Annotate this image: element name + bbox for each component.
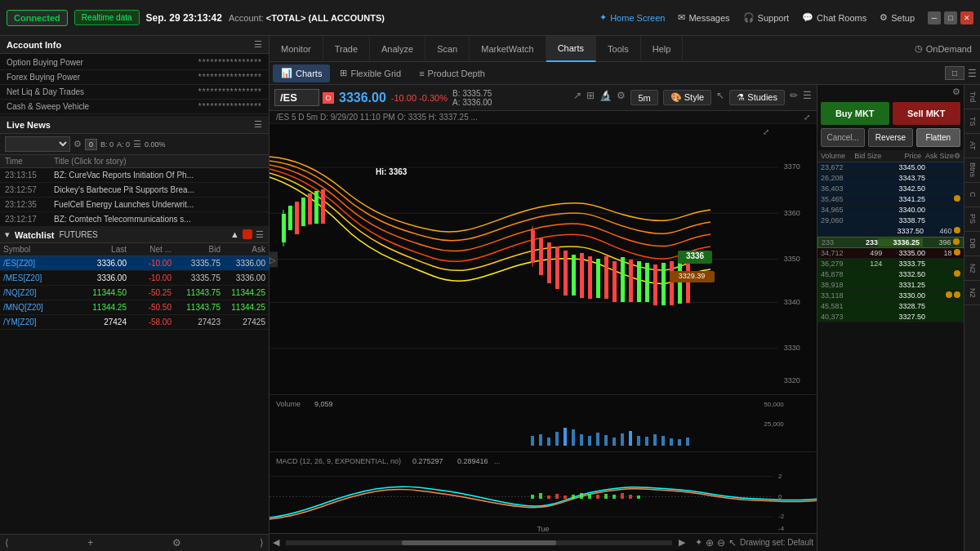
dom-row-3327[interactable]: 40,373 3327.50 <box>817 312 964 322</box>
dom-row-3345[interactable]: 23,672 3345.00 <box>817 162 964 173</box>
dom-row-3337[interactable]: 3337.50 460 <box>817 226 964 237</box>
dom-row-3332[interactable]: 45,878 3332.50 <box>817 269 964 280</box>
news-item-3[interactable]: 23:12:35 FuelCell Energy Launches Underw… <box>0 198 269 212</box>
footer-settings-btn[interactable]: ⚙ <box>172 537 181 549</box>
tab-help[interactable]: Help <box>641 36 684 62</box>
share-icon[interactable]: ↗ <box>573 90 581 105</box>
order-settings-icon[interactable]: ⚙ <box>952 87 960 97</box>
sub-tab-product-depth[interactable]: ≡ Product Depth <box>411 64 493 82</box>
chart-expand-icon[interactable]: ⤢ <box>763 127 769 136</box>
minimize-button[interactable]: ─ <box>928 11 941 24</box>
wl-row-ym[interactable]: /YM[Z20] 27424 -58.00 27423 27425 <box>0 315 269 330</box>
dom-row-3338[interactable]: 29,060 3338.75 <box>817 216 964 226</box>
right-tab-ts[interactable]: TS <box>964 109 980 134</box>
more-icon[interactable]: ☰ <box>803 90 812 105</box>
wl-row-mes[interactable]: /MES[Z20] 3336.00 -10.00 3335.75 3336.00 <box>0 271 269 286</box>
sub-tab-menu-icon[interactable]: ☰ <box>968 68 977 79</box>
flatten-button[interactable]: Flatten <box>916 128 960 147</box>
tab-marketwatch[interactable]: MarketWatch <box>470 36 546 62</box>
news-item-1[interactable]: 23:13:15 BZ: CureVac Reports Initiation … <box>0 168 269 183</box>
wl-row-nq[interactable]: /NQ[Z20] 11344.50 -50.25 11343.75 11344.… <box>0 286 269 300</box>
gear-icon[interactable]: ⚙ <box>617 90 626 105</box>
expand-chart-icon[interactable]: ⤢ <box>804 113 810 122</box>
tab-charts[interactable]: Charts <box>546 36 596 62</box>
buy-mkt-button[interactable]: Buy MKT <box>821 102 889 125</box>
right-tab-c[interactable]: C <box>964 183 980 207</box>
candlestick-chart[interactable]: 3370 3360 3350 3340 3330 3320 <box>270 124 817 394</box>
drawings-icon[interactable]: ✏ <box>790 90 798 105</box>
tab-scan[interactable]: Scan <box>425 36 470 62</box>
wl-row-mnq[interactable]: /MNQ[Z20] 11344.25 -50.50 11343.75 11344… <box>0 300 269 315</box>
nav-home[interactable]: ✦ Home Screen <box>599 12 665 23</box>
footer-next-btn[interactable]: ⟩ <box>260 537 264 549</box>
sell-mkt-button[interactable]: Sell MKT <box>893 102 961 125</box>
reverse-button[interactable]: Reverse <box>868 128 912 147</box>
scroll-left-icon[interactable]: ◀ <box>273 537 279 548</box>
tab-monitor[interactable]: Monitor <box>270 36 323 62</box>
style-button[interactable]: 🎨 Style <box>663 90 712 105</box>
dom-row-3343[interactable]: 26,208 3343.75 <box>817 173 964 184</box>
news-filter-select[interactable] <box>5 136 70 152</box>
timeframe-button[interactable]: 5m <box>630 90 657 105</box>
scroll-right-icon[interactable]: ▶ <box>679 537 685 548</box>
dom-row-3333[interactable]: 36,279 124 3333.75 <box>817 259 964 269</box>
cursor-icon[interactable]: ↖ <box>728 537 737 549</box>
news-section-header[interactable]: Live News ☰ <box>0 116 269 134</box>
zoom-pan-icon[interactable]: ✦ <box>695 537 702 549</box>
volume-chart[interactable]: Volume 9,059 50,000 25,000 <box>270 394 817 451</box>
zoom-out-icon[interactable]: ⊖ <box>717 537 725 549</box>
right-tab-btns[interactable]: Btns <box>964 158 980 183</box>
nav-support[interactable]: 🎧 Support <box>743 12 790 23</box>
scroll-thumb[interactable] <box>402 540 556 545</box>
right-tab-n2b[interactable]: N2 <box>964 281 980 305</box>
news-item-4[interactable]: 23:12:17 BZ: Comtech Telecommunications … <box>0 212 269 227</box>
nav-messages[interactable]: ✉ Messages <box>678 12 729 23</box>
sub-tab-flexible-grid[interactable]: ⊞ Flexible Grid <box>332 64 409 82</box>
symbol-input[interactable] <box>274 89 319 106</box>
flask-icon[interactable]: 🔬 <box>599 90 612 105</box>
wl-row-es[interactable]: /ES[Z20] 3336.00 -10.00 3335.75 3336.00 <box>0 256 269 271</box>
right-tab-db[interactable]: DB <box>964 232 980 256</box>
watchlist-menu-icon[interactable]: ☰ <box>256 229 264 240</box>
news-list-icon[interactable]: ☰ <box>133 139 141 149</box>
watchlist-up-icon[interactable]: ▲ <box>230 229 239 240</box>
news-settings-icon[interactable]: ⚙ <box>74 139 82 149</box>
right-tab-n2a[interactable]: N2 <box>964 256 980 281</box>
cancel-button[interactable]: Cancel... <box>821 128 865 147</box>
sub-tab-charts[interactable]: 📊 Charts <box>273 64 330 82</box>
tab-ondemand[interactable]: ◷ OnDemand <box>906 43 980 54</box>
chart-collapse-left[interactable]: ▷ <box>270 251 278 267</box>
dom-row-3328[interactable]: 45,581 3328.75 <box>817 301 964 312</box>
dom-row-3335[interactable]: 34,712 499 3335.00 18 <box>817 248 964 259</box>
footer-add-btn[interactable]: + <box>87 537 93 549</box>
dom-row-3341[interactable]: 35,465 3341.25 <box>817 194 964 205</box>
news-menu-icon[interactable]: ☰ <box>254 119 262 130</box>
account-section-header[interactable]: Account Info ☰ <box>0 36 269 54</box>
dom-settings-icon[interactable]: ⚙ <box>954 152 960 160</box>
account-menu-icon[interactable]: ☰ <box>254 39 262 50</box>
nav-setup[interactable]: ⚙ Setup <box>880 12 915 23</box>
chart-type-icon[interactable]: ⊞ <box>586 90 595 105</box>
maximize-button[interactable]: □ <box>944 11 957 24</box>
expand-icon[interactable]: □ <box>945 66 964 80</box>
right-tab-ps[interactable]: PS <box>964 207 980 232</box>
studies-button[interactable]: ⚗ Studies <box>729 90 785 105</box>
footer-prev-btn[interactable]: ⟨ <box>5 537 9 549</box>
dom-row-3340[interactable]: 34,965 3340.00 <box>817 205 964 216</box>
dom-row-3336-current[interactable]: 233 233 3336.25 396 <box>817 237 964 248</box>
pointer-icon[interactable]: ↖ <box>716 90 724 105</box>
tab-tools[interactable]: Tools <box>596 36 641 62</box>
macd-chart[interactable]: MACD (12, 26, 9, EXPONENTIAL, no) 0.2752… <box>270 451 817 533</box>
news-item-2[interactable]: 23:12:57 Dickey's Barbecue Pit Supports … <box>0 183 269 198</box>
zoom-in-icon[interactable]: ⊕ <box>706 537 714 549</box>
nav-chatrooms[interactable]: 💬 Chat Rooms <box>802 12 866 23</box>
dom-row-3331[interactable]: 38,918 3331.25 <box>817 280 964 291</box>
right-tab-trd[interactable]: Trd <box>964 85 980 109</box>
dom-row-3342[interactable]: 36,403 3342.50 <box>817 184 964 194</box>
tab-analyze[interactable]: Analyze <box>370 36 425 62</box>
close-button[interactable]: ✕ <box>960 11 973 24</box>
right-tab-at[interactable]: AT <box>964 134 980 158</box>
scroll-track[interactable] <box>286 540 672 545</box>
tab-trade[interactable]: Trade <box>323 36 370 62</box>
dom-row-3330[interactable]: 33,118 3330.00 <box>817 291 964 301</box>
